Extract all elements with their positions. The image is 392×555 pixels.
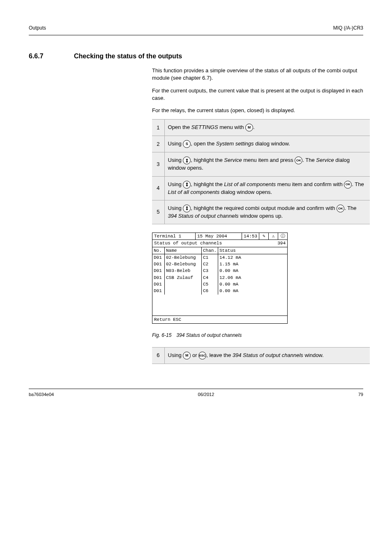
m-key-icon: M — [245, 124, 253, 131]
figure-caption: Fig. 6-15 394 Status of output channels — [152, 332, 363, 339]
step-number: 1 — [152, 120, 164, 136]
page-footer: ba76034e04 06/2012 79 — [29, 389, 363, 398]
paragraph: For the relays, the current status (open… — [152, 107, 363, 114]
screen-code: 394 — [277, 240, 286, 246]
step-row: 1 Open the SETTINGS menu with M. — [152, 120, 370, 136]
header-left: Outputs — [29, 25, 46, 32]
step-text: Using , highlight the required combi out… — [164, 200, 370, 224]
page-header: Outputs MIQ (/A-)CR3 — [29, 25, 363, 35]
step-text: Using , highlight the Service menu item … — [164, 152, 370, 176]
step-number: 3 — [152, 152, 164, 176]
table-row: D01C50.00 mA — [152, 281, 287, 288]
device-screen: Terminal 1 15 May 2004 14:53 ✎ ⚠ ⓘ Statu… — [152, 233, 288, 324]
step-text: Open the SETTINGS menu with M. — [164, 120, 370, 136]
paragraph: This function provides a simple overview… — [152, 67, 363, 82]
steps-table: 1 Open the SETTINGS menu with M. 2 Using… — [152, 119, 370, 224]
step-number: 4 — [152, 176, 164, 200]
table-row: D01CSB ZulaufC412.06 mA — [152, 274, 287, 281]
updown-key-icon — [183, 181, 191, 189]
step-row: 5 Using , highlight the required combi o… — [152, 200, 370, 224]
step-row: 2 Using S, open the System settings dial… — [152, 136, 370, 152]
m-key-icon: M — [183, 352, 191, 359]
step-number: 2 — [152, 136, 164, 152]
bell-icon: ✎ — [259, 233, 269, 240]
screen-footer: Return ESC — [152, 316, 287, 323]
step-text: Using M or ESC, leave the 394 Status of … — [164, 347, 370, 364]
updown-key-icon — [183, 205, 191, 212]
step-number: 6 — [152, 347, 164, 364]
footer-right: 79 — [358, 391, 363, 398]
header-right: MIQ (/A-)CR3 — [333, 25, 363, 32]
esc-key-icon: ESC — [198, 352, 206, 359]
screen-titlebar: Terminal 1 15 May 2004 14:53 ✎ ⚠ ⓘ — [152, 233, 287, 240]
screen-column-headers: No. Name Chan. Status — [152, 247, 287, 254]
updown-key-icon — [183, 157, 191, 164]
step-row: 3 Using , highlight the Service menu ite… — [152, 152, 370, 176]
paragraph: For the current outputs, the current val… — [152, 87, 363, 102]
screen-data-grid: D0102-BelebungC114.12 mA D0102-BelebungC… — [152, 254, 287, 316]
section-heading: 6.6.7 Checking the status of the outputs — [29, 52, 363, 61]
footer-left: ba76034e04 — [29, 391, 54, 398]
ok-key-icon: OK — [295, 157, 302, 164]
footer-mid: 06/2012 — [198, 391, 214, 398]
ok-key-icon: OK — [344, 181, 352, 189]
screen-date: 15 May 2004 — [196, 233, 242, 240]
table-row: D0102-BelebungC21.15 mA — [152, 261, 287, 267]
steps-table-2: 6 Using M or ESC, leave the 394 Status o… — [152, 347, 370, 364]
section-title: Checking the status of the outputs — [74, 52, 182, 61]
terminal-label: Terminal 1 — [152, 233, 196, 240]
s-key-icon: S — [183, 140, 191, 148]
step-text: Using , highlight the List of all compon… — [164, 176, 370, 200]
step-row: 6 Using M or ESC, leave the 394 Status o… — [152, 347, 370, 364]
screen-subtitle: Status of output channels — [154, 240, 222, 246]
warning-icon: ⚠ — [269, 233, 278, 240]
table-row: D01N03-BelebC30.00 mA — [152, 267, 287, 274]
step-number: 5 — [152, 200, 164, 224]
table-row: D01C60.00 mA — [152, 288, 287, 294]
step-row: 4 Using , highlight the List of all comp… — [152, 176, 370, 200]
info-icon: ⓘ — [278, 233, 287, 240]
step-text: Using S, open the System settings dialog… — [164, 136, 370, 152]
screen-time: 14:53 — [242, 233, 259, 240]
section-number: 6.6.7 — [29, 52, 58, 61]
ok-key-icon: OK — [337, 205, 344, 212]
screen-subtitle-row: Status of output channels 394 — [152, 240, 287, 247]
table-row: D0102-BelebungC114.12 mA — [152, 254, 287, 261]
